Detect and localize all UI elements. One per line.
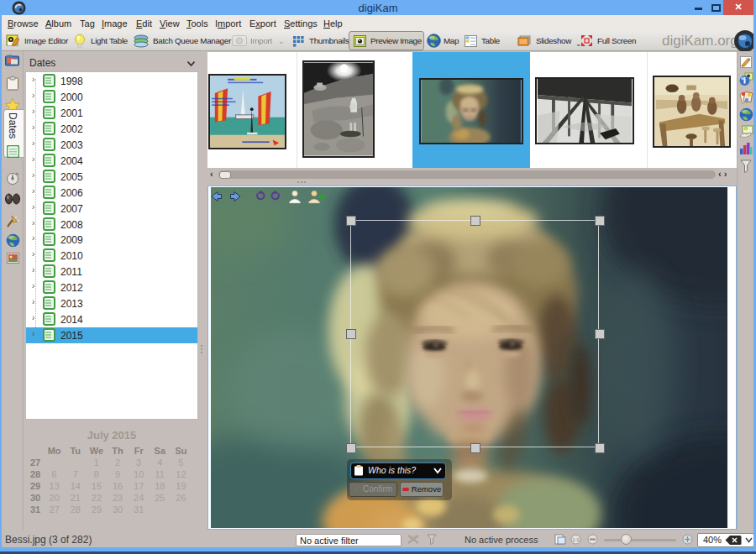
svg-text:1:1: 1:1 — [572, 537, 580, 542]
